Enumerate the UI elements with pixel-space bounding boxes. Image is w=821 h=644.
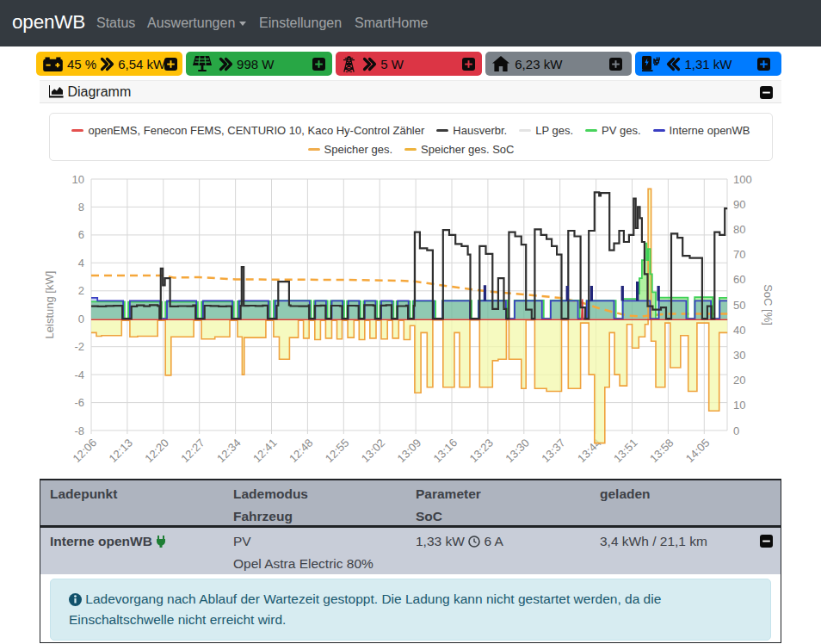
svg-text:12:27: 12:27 xyxy=(178,437,207,466)
svg-text:14:05: 14:05 xyxy=(683,437,713,466)
svg-text:12:41: 12:41 xyxy=(250,437,280,466)
svg-text:8: 8 xyxy=(78,201,84,214)
svg-text:0: 0 xyxy=(733,424,739,437)
svg-text:13:51: 13:51 xyxy=(611,437,640,466)
svg-text:-2: -2 xyxy=(74,340,84,353)
svg-text:0: 0 xyxy=(78,313,84,325)
svg-text:Leistung [kW]: Leistung [kW] xyxy=(43,271,56,339)
svg-text:60: 60 xyxy=(733,273,745,286)
svg-text:4: 4 xyxy=(78,257,84,269)
svg-text:80: 80 xyxy=(733,223,745,236)
svg-text:70: 70 xyxy=(733,248,745,261)
svg-text:100: 100 xyxy=(733,173,752,186)
svg-text:13:16: 13:16 xyxy=(431,437,460,466)
svg-text:2: 2 xyxy=(78,284,84,297)
svg-text:6: 6 xyxy=(78,228,84,241)
svg-text:50: 50 xyxy=(733,299,745,312)
svg-text:12:13: 12:13 xyxy=(106,437,135,466)
svg-text:10: 10 xyxy=(72,173,84,186)
svg-text:13:09: 13:09 xyxy=(395,437,424,466)
svg-text:-4: -4 xyxy=(74,368,84,381)
svg-text:SoC [%]: SoC [%] xyxy=(762,284,775,325)
svg-text:12:20: 12:20 xyxy=(142,437,171,466)
svg-text:20: 20 xyxy=(733,374,745,387)
svg-text:13:30: 13:30 xyxy=(503,437,532,466)
svg-text:13:23: 13:23 xyxy=(466,437,496,466)
svg-text:30: 30 xyxy=(733,349,745,362)
svg-text:-6: -6 xyxy=(74,396,84,409)
svg-text:12:06: 12:06 xyxy=(71,437,100,466)
svg-text:-8: -8 xyxy=(74,424,84,437)
svg-text:40: 40 xyxy=(733,324,745,337)
svg-text:12:55: 12:55 xyxy=(323,437,352,466)
svg-text:12:34: 12:34 xyxy=(214,437,244,466)
svg-text:12:48: 12:48 xyxy=(287,437,316,466)
svg-text:90: 90 xyxy=(733,198,745,211)
svg-text:13:02: 13:02 xyxy=(359,437,388,466)
svg-text:13:58: 13:58 xyxy=(647,437,676,466)
svg-text:10: 10 xyxy=(733,399,745,412)
svg-text:13:37: 13:37 xyxy=(539,437,568,466)
